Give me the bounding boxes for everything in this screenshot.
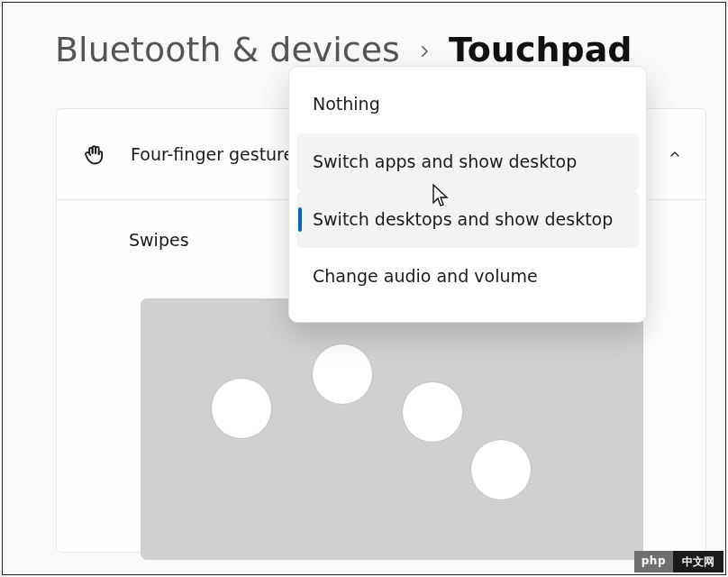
breadcrumb: Bluetooth & devices Touchpad [55, 30, 632, 69]
breadcrumb-current: Touchpad [449, 30, 632, 69]
swipes-dropdown[interactable]: Nothing Switch apps and show desktop Swi… [288, 66, 647, 323]
swipes-label: Swipes [129, 230, 189, 250]
watermark-right: 中文网 [673, 551, 723, 572]
dropdown-option-switch-apps[interactable]: Switch apps and show desktop [296, 133, 639, 191]
chevron-up-icon[interactable] [668, 147, 682, 161]
breadcrumb-parent[interactable]: Bluetooth & devices [55, 30, 400, 69]
dropdown-option-label: Nothing [313, 94, 380, 114]
settings-frame: Bluetooth & devices Touchpad Four-finger… [2, 2, 726, 575]
chevron-right-icon [416, 36, 432, 66]
watermark: php 中文网 [634, 551, 723, 572]
dropdown-option-label: Switch desktops and show desktop [313, 209, 613, 229]
dropdown-option-audio-volume[interactable]: Change audio and volume [296, 248, 639, 306]
finger-dot [312, 343, 373, 405]
dropdown-option-label: Switch apps and show desktop [313, 151, 577, 171]
section-title: Four-finger gestures [131, 144, 303, 164]
dropdown-option-switch-desktops[interactable]: Switch desktops and show desktop [296, 191, 639, 249]
finger-dot [211, 378, 272, 439]
dropdown-option-nothing[interactable]: Nothing [296, 76, 639, 133]
finger-dot [470, 439, 532, 500]
finger-dot [402, 381, 463, 443]
dropdown-option-label: Change audio and volume [313, 266, 538, 286]
touchpad-preview [141, 298, 643, 560]
hand-icon [82, 142, 107, 167]
watermark-left: php [634, 551, 673, 572]
